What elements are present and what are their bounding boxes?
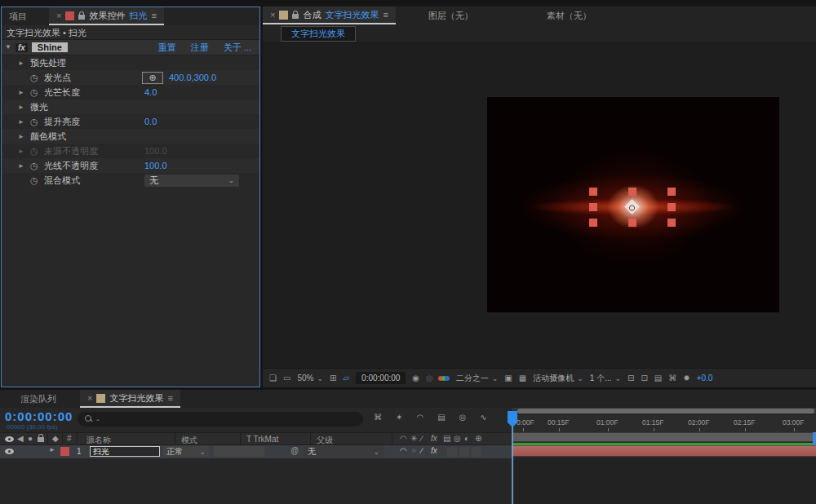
stopwatch-icon[interactable]: ◷ xyxy=(30,161,44,171)
effect-header-row[interactable]: ▼ fx Shine 重置 注册 关于 ... xyxy=(2,40,259,55)
param-row-shine-opacity[interactable]: ► ◷ 光线不透明度 100.0 xyxy=(2,158,259,173)
stopwatch-icon[interactable]: ◷ xyxy=(30,117,44,127)
composition-viewer[interactable]: ❏ ▭ 50% ⌄ ⊞ ▱ 0:00:00:00 ◉ ◎ 二分之一 ⌄ ▣ ▦ … xyxy=(263,42,816,387)
fx-badge[interactable]: fx xyxy=(16,43,28,52)
tab-project[interactable]: 项目 xyxy=(2,7,34,25)
exposure-value[interactable]: +0.0 xyxy=(697,374,713,382)
layer-fx-switch[interactable]: fx xyxy=(431,447,437,455)
exposure-reset-icon[interactable]: ✹ xyxy=(683,374,690,382)
param-value[interactable]: 100.0 xyxy=(144,161,167,170)
tab-composition[interactable]: × 合成 文字扫光效果 ≡ xyxy=(263,7,396,24)
param-value[interactable]: 400.0,300.0 xyxy=(169,73,216,82)
tab-footage-none[interactable]: 素材（无） xyxy=(547,10,592,22)
search-input[interactable]: ⌄ xyxy=(78,412,363,427)
mini-flowchart-icon[interactable]: ⌘ xyxy=(374,413,382,422)
playhead-line[interactable] xyxy=(512,414,513,504)
expand-icon[interactable]: ► xyxy=(18,133,30,140)
layer-quality-switch[interactable]: ∕ xyxy=(421,447,423,455)
param-row-preprocess[interactable]: ► 预先处理 xyxy=(2,55,259,70)
selection-handle[interactable] xyxy=(628,188,636,196)
track-vscroll-thumb[interactable] xyxy=(813,432,816,445)
resolution-dropdown[interactable]: 二分之一 ⌄ xyxy=(456,373,499,384)
viewer-tab[interactable]: 文字扫光效果 xyxy=(281,26,356,42)
selection-handle[interactable] xyxy=(667,188,676,196)
tab-render-queue[interactable]: 渲染队列 xyxy=(13,390,64,408)
graph-editor-icon[interactable]: ∿ xyxy=(480,413,486,422)
motion-blur-icon[interactable]: ◎ xyxy=(459,413,467,422)
draft-3d-icon[interactable]: ✶ xyxy=(396,413,402,422)
source-name-column[interactable]: 源名称 xyxy=(86,435,111,446)
layer-collapse-switch[interactable]: ✳ xyxy=(410,447,417,455)
tab-timeline-comp[interactable]: × 文字扫光效果 ≡ xyxy=(80,390,180,408)
layer-switch-cell[interactable] xyxy=(447,447,457,457)
tab-layer-none[interactable]: 图层（无） xyxy=(428,10,473,22)
tab-effect-controls[interactable]: × 效果控件 扫光 ≡ xyxy=(49,7,164,25)
layer-visibility-toggle[interactable] xyxy=(5,449,14,454)
parent-dropdown[interactable]: 无 ⌄ xyxy=(304,446,384,457)
param-row-colorize[interactable]: ► 颜色模式 xyxy=(2,129,259,144)
timeline-hscrollbar[interactable] xyxy=(512,408,816,414)
stopwatch-icon[interactable]: ◷ xyxy=(30,175,44,186)
param-row-shimmer[interactable]: ► 微光 xyxy=(2,99,259,114)
close-icon[interactable]: × xyxy=(270,10,275,20)
selection-handle[interactable] xyxy=(628,219,636,227)
register-link[interactable]: 注册 xyxy=(191,42,209,54)
work-area-bar[interactable] xyxy=(512,432,816,442)
expand-icon[interactable]: ► xyxy=(18,104,30,111)
flowchart-icon[interactable]: ⌘ xyxy=(668,374,676,382)
selection-handle[interactable] xyxy=(589,203,597,211)
choose-grid-icon[interactable]: ⊞ xyxy=(330,374,336,382)
region-icon[interactable]: ▣ xyxy=(504,374,512,382)
stopwatch-icon[interactable]: ◷ xyxy=(30,87,44,98)
layer-duration-bar[interactable] xyxy=(512,445,816,457)
viewer-timecode[interactable]: 0:00:00:00 xyxy=(356,372,406,384)
expand-icon[interactable]: ► xyxy=(18,162,30,170)
time-ruler[interactable]: 0:00F 00:15F 01:00F 01:15F 02:00F 02:15F… xyxy=(512,414,816,432)
expand-icon[interactable]: ► xyxy=(18,89,30,96)
effect-name[interactable]: Shine xyxy=(32,42,68,52)
show-snapshot-icon[interactable]: ◎ xyxy=(426,374,433,382)
close-icon[interactable]: × xyxy=(56,11,61,20)
views-dropdown[interactable]: 1 个... ⌄ xyxy=(590,373,621,384)
param-row-ray-length[interactable]: ► ◷ 光芒长度 4.0 xyxy=(2,85,259,99)
layer-expand-icon[interactable]: ► xyxy=(49,447,55,453)
channels-icon[interactable] xyxy=(440,376,450,381)
trkmat-cell[interactable] xyxy=(214,446,264,457)
monitor-icon[interactable]: ▭ xyxy=(283,374,290,382)
selection-handle[interactable] xyxy=(589,188,597,196)
transparency-grid-icon[interactable]: ▦ xyxy=(519,374,526,382)
snapshot-icon[interactable]: ◉ xyxy=(412,374,419,382)
shy-layers-icon[interactable]: ◠ xyxy=(416,413,424,422)
layer-switch-cell[interactable] xyxy=(472,447,481,457)
stopwatch-icon[interactable]: ◷ xyxy=(30,73,44,83)
parent-column[interactable]: 父级 xyxy=(317,435,333,446)
layer-shy-switch[interactable]: ◠ xyxy=(400,447,407,455)
param-value[interactable]: 0.0 xyxy=(144,117,157,126)
reset-link[interactable]: 重置 xyxy=(158,42,176,54)
composition-stage[interactable] xyxy=(487,97,779,312)
mode-column[interactable]: 模式 xyxy=(181,435,197,446)
view-options-icon[interactable]: ⊡ xyxy=(641,374,647,382)
playhead-marker[interactable] xyxy=(508,411,517,422)
current-timecode[interactable]: 0:00:00:00 xyxy=(5,409,73,423)
region-of-interest-icon[interactable]: ▱ xyxy=(343,374,349,382)
expand-icon[interactable]: ► xyxy=(18,60,30,67)
frame-blending-icon[interactable]: ▤ xyxy=(437,413,445,422)
transfer-mode-dropdown[interactable]: 无 ⌄ xyxy=(144,175,239,187)
panel-menu-icon[interactable]: ≡ xyxy=(167,393,172,403)
selection-handle[interactable] xyxy=(589,219,597,227)
collapse-triangle-icon[interactable]: ▼ xyxy=(5,44,11,51)
histogram-icon[interactable]: ▤ xyxy=(654,374,662,382)
param-row-source-point[interactable]: ◷ 发光点 ⊕ 400.0,300.0 xyxy=(2,70,259,85)
panel-menu-icon[interactable]: ≡ xyxy=(151,11,156,20)
layer-switch-cell[interactable] xyxy=(459,447,469,457)
parent-pickwhip-icon[interactable]: @ xyxy=(290,447,299,455)
layer-label-swatch[interactable] xyxy=(60,447,69,456)
panel-menu-icon[interactable]: ≡ xyxy=(383,10,388,20)
lock-icon[interactable] xyxy=(292,14,299,19)
selection-handle[interactable] xyxy=(667,219,676,227)
selection-handle[interactable] xyxy=(667,203,676,211)
camera-dropdown[interactable]: 活动摄像机 ⌄ xyxy=(533,373,583,384)
timeline-ruler-zone[interactable]: 0:00F 00:15F 01:00F 01:15F 02:00F 02:15F… xyxy=(512,408,816,432)
param-row-boost-light[interactable]: ► ◷ 提升亮度 0.0 xyxy=(2,114,259,129)
